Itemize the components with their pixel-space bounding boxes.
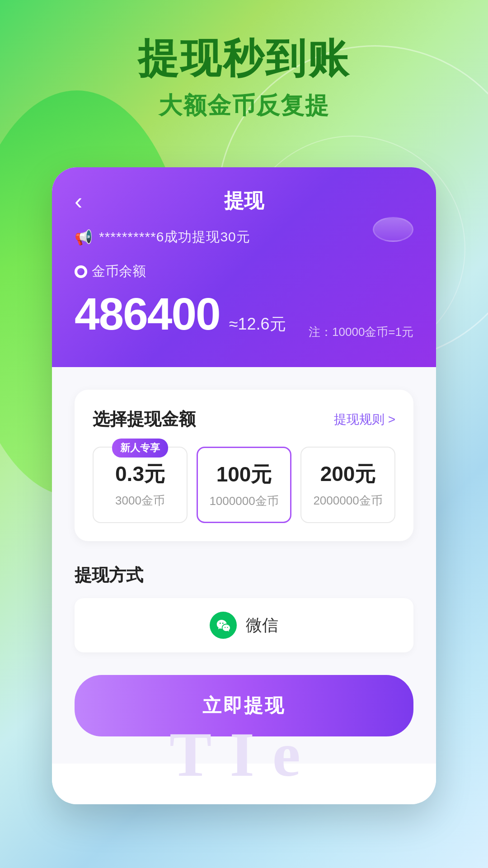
back-button[interactable]: ‹ bbox=[75, 188, 82, 215]
notice-icon: 📢 bbox=[75, 229, 93, 246]
top-subtitle: 大额金币反复提 bbox=[0, 90, 488, 122]
notice-text: **********6成功提现30元 bbox=[99, 228, 250, 246]
card-body: 选择提现金额 提现规则 > 新人专享 0.3元 3000金币 100元 1000… bbox=[52, 367, 436, 764]
bottom-area: TIe bbox=[52, 764, 436, 804]
amount-option-1[interactable]: 新人专享 0.3元 3000金币 bbox=[93, 447, 188, 523]
amount-option-2[interactable]: 100元 1000000金币 bbox=[197, 447, 291, 523]
option-2-coins: 1000000金币 bbox=[202, 493, 286, 509]
notice-bar: 📢 **********6成功提现30元 bbox=[75, 228, 413, 246]
option-3-amount: 200元 bbox=[306, 460, 390, 488]
method-section: 提现方式 微信 bbox=[75, 564, 413, 652]
tie-watermark: TIe bbox=[52, 718, 436, 791]
top-text-area: 提现秒到账 大额金币反复提 bbox=[0, 36, 488, 122]
card-header: ‹ 提现 📢 **********6成功提现30元 金币余额 486400 ≈1… bbox=[52, 167, 436, 367]
balance-approx: ≈12.6元 bbox=[229, 313, 286, 335]
amount-section: 选择提现金额 提现规则 > 新人专享 0.3元 3000金币 100元 1000… bbox=[75, 390, 413, 541]
page-title: 提现 bbox=[224, 188, 264, 214]
wechat-svg bbox=[215, 617, 231, 633]
option-2-amount: 100元 bbox=[202, 461, 286, 489]
new-badge: 新人专享 bbox=[112, 439, 168, 458]
option-3-coins: 2000000金币 bbox=[306, 493, 390, 509]
amount-option-3[interactable]: 200元 2000000金币 bbox=[300, 447, 395, 523]
method-option-wechat[interactable]: 微信 bbox=[75, 598, 413, 652]
balance-label: 金币余额 bbox=[75, 262, 413, 281]
phone-card: ‹ 提现 📢 **********6成功提现30元 金币余额 486400 ≈1… bbox=[52, 167, 436, 804]
balance-note: 注：10000金币=1元 bbox=[309, 324, 413, 340]
top-title: 提现秒到账 bbox=[0, 36, 488, 81]
wechat-icon bbox=[210, 612, 237, 639]
amount-options: 新人专享 0.3元 3000金币 100元 1000000金币 200元 200… bbox=[93, 447, 395, 523]
amount-header: 选择提现金额 提现规则 > bbox=[93, 408, 395, 431]
balance-amount: 486400 bbox=[75, 288, 220, 340]
nav-bar: ‹ 提现 bbox=[75, 167, 413, 228]
amount-section-title: 选择提现金额 bbox=[93, 408, 196, 431]
method-name: 微信 bbox=[246, 614, 278, 637]
option-1-amount: 0.3元 bbox=[98, 460, 182, 488]
amount-rule-link[interactable]: 提现规则 > bbox=[334, 411, 395, 428]
method-title: 提现方式 bbox=[75, 564, 413, 587]
option-1-coins: 3000金币 bbox=[98, 493, 182, 509]
balance-dot-icon bbox=[75, 265, 87, 278]
